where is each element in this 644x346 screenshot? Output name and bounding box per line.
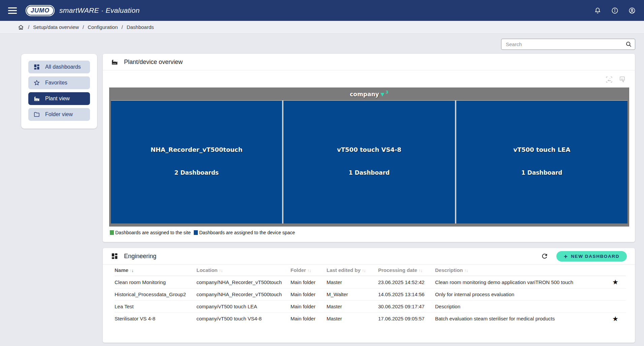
device-dashboard-count: 1 Dashboard	[456, 169, 627, 176]
sidebar-item-label: Favorites	[45, 80, 67, 86]
new-dashboard-label: NEW DASHBOARD	[571, 254, 619, 259]
search-icon[interactable]	[625, 41, 632, 48]
device-dashboard-count: 1 Dashboard	[283, 169, 455, 176]
sort-desc-icon: ↓	[309, 268, 311, 273]
refresh-icon[interactable]	[541, 252, 548, 260]
cell-processing-date: 23.06.2025 14:52:42	[378, 279, 435, 285]
table-row[interactable]: Clean room Monitoring company/NHA_Record…	[115, 276, 626, 288]
search-box	[501, 39, 635, 50]
legend-blue-swatch	[194, 230, 198, 235]
new-dashboard-button[interactable]: + NEW DASHBOARD	[556, 251, 627, 262]
column-header-folder[interactable]: Folder↑↓	[290, 267, 327, 273]
cell-name: Lea Test	[115, 304, 196, 309]
cell-name: Sterilisator VS 4-8	[115, 316, 196, 321]
engineering-panel: Engineering + NEW DASHBOARD Name↑↓ Locat…	[103, 248, 635, 343]
factory-icon	[111, 58, 118, 66]
company-child-count: 3	[386, 90, 388, 95]
breadcrumb: / Setup/data overview / Configuration / …	[0, 21, 644, 34]
jumo-logo[interactable]: JUMO	[26, 5, 55, 16]
cell-folder: Main folder	[290, 279, 327, 285]
company-node[interactable]: company ▼3	[111, 88, 627, 100]
factory-icon	[33, 95, 40, 102]
menu-icon[interactable]	[8, 7, 17, 14]
search-input[interactable]	[501, 39, 635, 50]
column-header-name[interactable]: Name↑↓	[115, 267, 196, 273]
plant-overview-header: Plant/device overview	[103, 54, 635, 70]
sidebar-item-folder-view[interactable]: Folder view	[28, 108, 90, 121]
home-icon[interactable]	[18, 24, 24, 31]
navbar-actions	[594, 7, 636, 14]
dashboards-table: Name↑↓ Location↑↓ Folder↑↓ Last edited b…	[115, 265, 626, 324]
breadcrumb-separator: /	[28, 24, 29, 30]
cell-last-edited-by: Master	[327, 279, 378, 285]
cell-location: company/NHA_Recorder_vT500touch	[196, 279, 290, 285]
sort-desc-icon: ↓	[420, 268, 422, 273]
cell-processing-date: 17.06.2025 09:05:57	[378, 316, 435, 321]
breadcrumb-dashboards[interactable]: Dashboards	[127, 24, 154, 30]
fit-image-icon[interactable]	[605, 76, 613, 83]
breadcrumb-setup-data-overview[interactable]: Setup/data overview	[33, 24, 79, 30]
column-header-processing-date[interactable]: Processing date↑↓	[378, 267, 435, 273]
app-title: smartWARE · Evaluation	[59, 6, 140, 14]
breadcrumb-separator: /	[83, 24, 84, 30]
table-header-row: Name↑↓ Location↑↓ Folder↑↓ Last edited b…	[115, 265, 626, 276]
sidebar-item-label: Folder view	[45, 111, 73, 117]
sidebar-item-plant-view[interactable]: Plant view	[28, 92, 90, 105]
table-row[interactable]: Sterilisator VS 4-8 company/vT500 touch …	[115, 312, 626, 324]
cell-processing-date: 30.06.2025 09:17:47	[378, 304, 435, 309]
engineering-header: Engineering + NEW DASHBOARD	[103, 248, 635, 265]
star-outline-icon	[33, 79, 40, 86]
legend-device-space: Dashboards are assigned to the device sp…	[194, 230, 295, 235]
dashboard-grid-icon	[111, 252, 118, 260]
panel-title: Plant/device overview	[124, 59, 183, 66]
cell-location: company/vT500 touch VS4-8	[196, 316, 290, 321]
info-icon[interactable]	[611, 7, 619, 14]
sort-desc-icon: ↓	[131, 268, 133, 273]
panel-title: Engineering	[124, 253, 156, 260]
sidebar-item-favorites[interactable]: Favorites	[28, 76, 90, 89]
plus-icon: +	[564, 253, 568, 260]
device-name: vT500 touch LEA	[456, 146, 627, 153]
sidebar-item-all-dashboards[interactable]: All dashboards	[28, 61, 90, 73]
column-header-location[interactable]: Location↑↓	[196, 267, 290, 273]
folder-icon	[33, 111, 40, 118]
device-tile-nha-recorder[interactable]: NHA_Recorder_vT500touch 2 Dashboards	[111, 101, 282, 223]
column-header-description[interactable]: Description↑↓	[435, 267, 605, 273]
device-name: NHA_Recorder_vT500touch	[111, 146, 282, 153]
cell-folder: Main folder	[290, 316, 327, 321]
table-row[interactable]: Historical_Processdata_Group2 company/NH…	[115, 288, 626, 300]
breadcrumb-configuration[interactable]: Configuration	[88, 24, 118, 30]
device-tile-vt500-vs4-8[interactable]: vT500 touch VS4-8 1 Dashboard	[283, 101, 455, 223]
notifications-bell-icon[interactable]	[594, 7, 602, 14]
sort-desc-icon: ↓	[466, 268, 468, 273]
dashboard-views-sidebar: All dashboards Favorites Plant view Fold…	[21, 54, 97, 129]
legend-site: Dashboards are assigned to the site	[110, 230, 191, 235]
engineering-actions: + NEW DASHBOARD	[541, 251, 627, 262]
favorite-star-icon[interactable]: ★	[605, 278, 626, 286]
sort-desc-icon: ↓	[221, 268, 223, 273]
map-legend: Dashboards are assigned to the site Dash…	[110, 230, 295, 235]
device-dashboard-count: 2 Dashboards	[111, 169, 282, 176]
sidebar-item-label: Plant view	[45, 96, 70, 102]
cell-last-edited-by: Master	[327, 304, 378, 309]
cell-location: company/NHA_Recorder_vT500touch	[196, 291, 290, 297]
breadcrumb-separator: /	[122, 24, 123, 30]
favorite-star-icon[interactable]: ★	[605, 315, 626, 323]
account-icon[interactable]	[628, 7, 636, 14]
sidebar-item-label: All dashboards	[45, 64, 81, 70]
cell-folder: Main folder	[290, 291, 327, 297]
legend-green-swatch	[110, 230, 114, 235]
device-tile-vt500-lea[interactable]: vT500 touch LEA 1 Dashboard	[456, 101, 627, 223]
cell-name: Clean room Monitoring	[115, 279, 196, 285]
cell-description: Clean room monitoring demo application v…	[435, 279, 605, 285]
company-expand-icon[interactable]: ▼	[381, 92, 385, 97]
sort-desc-icon: ↓	[364, 268, 366, 273]
map-toolbar	[605, 76, 626, 83]
table-row[interactable]: Lea Test company/vT500 touch LEA Main fo…	[115, 300, 626, 312]
cell-description: Batch evaluation steam steriliser for me…	[435, 316, 605, 321]
company-label: company	[350, 91, 379, 98]
cell-processing-date: 14.05.2025 13:14:56	[378, 291, 435, 297]
cell-last-edited-by: Master	[327, 316, 378, 321]
select-image-hand-icon[interactable]	[618, 76, 626, 83]
column-header-last-edited-by[interactable]: Last edited by↑↓	[327, 267, 378, 273]
